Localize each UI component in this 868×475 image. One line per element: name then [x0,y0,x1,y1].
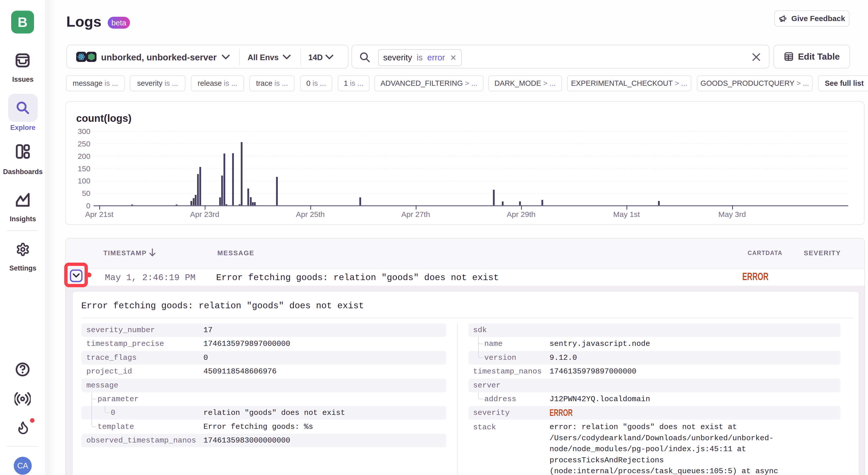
svg-text:Apr 27th: Apr 27th [401,210,430,218]
svg-text:Apr 29th: Apr 29th [507,210,535,218]
svg-text:150: 150 [78,164,90,173]
svg-text:0: 0 [86,201,90,210]
svg-text:100: 100 [78,177,90,185]
svg-text:300: 300 [78,127,90,135]
svg-text:250: 250 [78,140,90,148]
svg-text:Apr 25th: Apr 25th [296,210,324,218]
svg-text:200: 200 [78,152,90,160]
svg-text:May 1st: May 1st [613,210,640,218]
svg-text:May 3rd: May 3rd [718,210,746,218]
svg-text:50: 50 [82,189,90,197]
svg-text:Apr 23rd: Apr 23rd [190,210,219,218]
svg-text:Apr 21st: Apr 21st [85,210,114,218]
